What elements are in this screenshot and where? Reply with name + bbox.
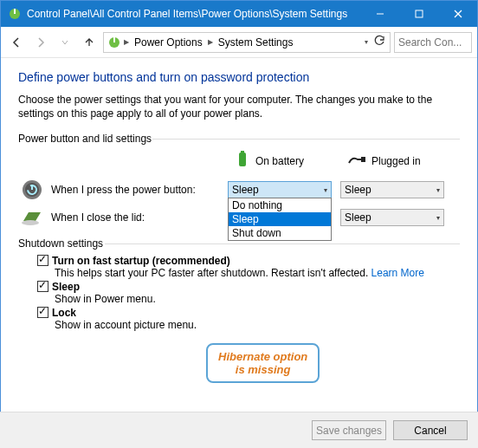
nav-history-button[interactable] [55, 32, 75, 53]
combo-value: Sleep [345, 184, 371, 196]
dropdown-option[interactable]: Do nothing [229, 198, 331, 212]
chevron-right-icon: ▶ [123, 38, 130, 46]
chevron-right-icon: ▶ [207, 38, 214, 46]
chevron-down-icon: ▾ [436, 214, 440, 222]
breadcrumb-icon [107, 36, 121, 49]
save-button[interactable]: Save changes [312, 420, 386, 440]
search-input[interactable] [394, 32, 472, 53]
col-battery-label: On battery [255, 155, 304, 167]
lid-icon [18, 209, 46, 226]
page-title: Define power buttons and turn on passwor… [18, 70, 460, 84]
col-plugged: Plugged in [347, 153, 460, 169]
svg-rect-8 [239, 153, 246, 166]
chevron-down-icon[interactable]: ▾ [365, 38, 368, 46]
checkbox[interactable] [37, 255, 48, 266]
svg-rect-3 [416, 10, 423, 17]
svg-rect-10 [361, 157, 365, 162]
breadcrumb[interactable]: ▶ Power Options ▶ System Settings ▾ [103, 32, 391, 53]
plug-icon [347, 153, 366, 169]
dropdown-option[interactable]: Sleep [229, 212, 331, 226]
close-button[interactable] [438, 1, 477, 27]
combo-value: Sleep [345, 211, 371, 224]
chk-label: Turn on fast startup (recommended) [52, 255, 230, 267]
battery-icon [235, 150, 250, 172]
combo-value: Sleep [232, 184, 259, 196]
breadcrumb-item[interactable]: Power Options [132, 36, 205, 49]
group-label-power-button: Power button and lid settings [18, 133, 460, 145]
breadcrumb-item[interactable]: System Settings [216, 36, 296, 49]
learn-more-link[interactable]: Learn More [371, 267, 424, 279]
row-lid-label: When I close the lid: [46, 211, 228, 224]
chk-label: Lock [52, 307, 76, 319]
chevron-down-icon: ▾ [436, 186, 440, 194]
minimize-button[interactable] [360, 1, 399, 27]
power-button-battery-combo[interactable]: Sleep ▾ [228, 181, 332, 198]
svg-rect-1 [14, 9, 16, 14]
refresh-button[interactable] [372, 35, 386, 49]
chk-label: Sleep [52, 281, 80, 293]
svg-rect-9 [241, 151, 244, 153]
footer: Save changes Cancel [0, 412, 478, 448]
power-button-plugged-combo[interactable]: Sleep ▾ [340, 181, 444, 198]
dropdown-option[interactable]: Shut down [229, 226, 331, 240]
row-power-button: When I press the power button: Sleep ▾ D… [18, 177, 460, 203]
titlebar: Control Panel\All Control Panel Items\Po… [1, 1, 477, 27]
power-icon [18, 179, 46, 201]
chk-desc: Show in account picture menu. [55, 319, 460, 331]
lid-plugged-combo[interactable]: Sleep ▾ [340, 209, 444, 226]
chk-lock: Lock Show in account picture menu. [37, 307, 460, 331]
col-plugged-label: Plugged in [371, 155, 421, 167]
window-title: Control Panel\All Control Panel Items\Po… [27, 8, 360, 20]
nav-up-button[interactable] [79, 32, 100, 53]
intro-text: Choose the power settings that you want … [18, 93, 460, 120]
callout-line: Hibernate option [218, 350, 307, 363]
chk-fast-startup: Turn on fast startup (recommended) This … [37, 255, 460, 279]
nav-back-button[interactable] [6, 32, 27, 53]
checkbox[interactable] [37, 307, 48, 318]
row-power-button-label: When I press the power button: [46, 184, 228, 196]
checkbox[interactable] [37, 281, 48, 292]
svg-rect-7 [113, 37, 115, 42]
app-icon [8, 7, 22, 21]
col-battery: On battery [235, 150, 347, 172]
nav-row: ▶ Power Options ▶ System Settings ▾ [1, 27, 477, 58]
annotation-callout: Hibernate option is missing [206, 343, 320, 383]
maximize-button[interactable] [399, 1, 438, 27]
dropdown-list: Do nothing Sleep Shut down [228, 198, 332, 241]
column-headers: On battery Plugged in [235, 150, 460, 172]
chk-desc: This helps start your PC faster after sh… [55, 267, 371, 279]
chevron-down-icon: ▾ [324, 186, 327, 194]
nav-forward-button[interactable] [30, 32, 51, 53]
chk-sleep: Sleep Show in Power menu. [37, 281, 460, 305]
chk-desc: Show in Power menu. [55, 293, 460, 305]
callout-line: is missing [218, 363, 307, 376]
cancel-button[interactable]: Cancel [393, 420, 468, 440]
svg-point-14 [22, 220, 39, 225]
